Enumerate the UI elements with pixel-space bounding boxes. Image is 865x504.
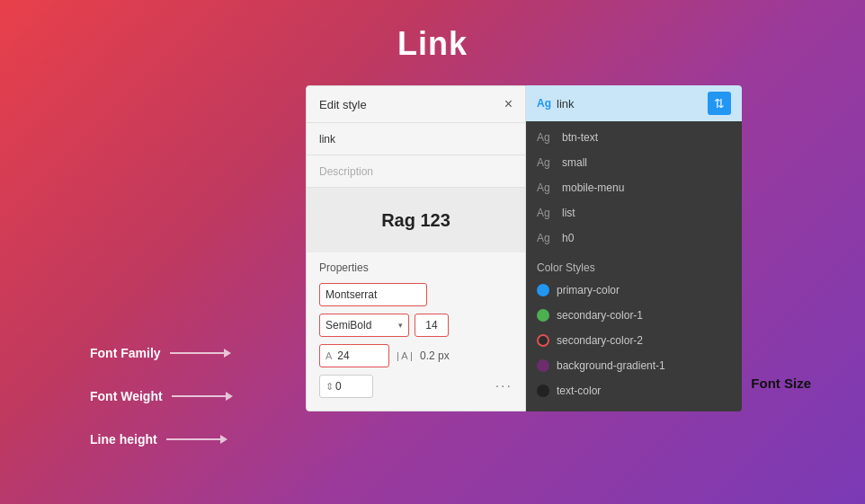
list-item[interactable]: Ag mobile-menu bbox=[526, 175, 742, 200]
page-title: Link bbox=[0, 0, 865, 63]
color-section-label: Color Styles bbox=[526, 254, 742, 278]
color-item[interactable]: primary-color bbox=[526, 278, 742, 303]
filter-icon[interactable]: ⇅ bbox=[708, 92, 731, 115]
style-list-panel: Ag link ⇅ Ag btn-text Ag small Ag mobile… bbox=[526, 85, 742, 411]
font-weight-arrow bbox=[172, 392, 233, 401]
letter-spacing-icon: ⇕ bbox=[325, 381, 334, 393]
style-list-header[interactable]: Ag link ⇅ bbox=[526, 85, 742, 121]
letter-spacing-input[interactable]: ⇕ 0 bbox=[319, 375, 373, 398]
color-item[interactable]: background-gradient-1 bbox=[526, 353, 742, 378]
header-left: Ag link bbox=[537, 97, 575, 111]
weight-dropdown-arrow: ▾ bbox=[398, 321, 403, 330]
line-height-input[interactable]: A 24 bbox=[319, 344, 389, 367]
list-item[interactable]: Ag h0 bbox=[526, 225, 742, 251]
color-name: background-gradient-1 bbox=[557, 359, 665, 372]
color-dot bbox=[537, 385, 549, 397]
ag-text: Ag bbox=[537, 181, 555, 194]
font-family-value: Montserrat bbox=[325, 288, 377, 301]
style-item-name: small bbox=[562, 156, 587, 169]
ag-text: Ag bbox=[537, 207, 555, 219]
header-style-name: link bbox=[557, 97, 575, 111]
line-height-icon: A bbox=[325, 350, 332, 361]
color-item[interactable]: secondary-color-1 bbox=[526, 303, 742, 328]
color-name: primary-color bbox=[557, 284, 620, 296]
edit-panel-title: Edit style bbox=[319, 98, 367, 111]
lh-px-value: 0.2 px bbox=[420, 349, 450, 362]
edit-style-panel: Edit style × Rag 123 Properties Montserr… bbox=[306, 85, 526, 411]
more-button[interactable]: ··· bbox=[495, 378, 513, 394]
style-item-name: btn-text bbox=[562, 131, 598, 144]
style-item-name: list bbox=[562, 207, 575, 219]
font-weight-input[interactable]: SemiBold ▾ bbox=[319, 314, 409, 337]
close-button[interactable]: × bbox=[504, 97, 513, 111]
ag-text: Ag bbox=[537, 156, 555, 169]
line-height-row: A 24 | A | 0.2 px bbox=[319, 344, 513, 367]
font-size-input[interactable]: 14 bbox=[415, 314, 449, 337]
properties-label: Properties bbox=[319, 261, 513, 274]
color-dot bbox=[537, 284, 549, 296]
font-weight-annotation: Font Weight bbox=[90, 389, 233, 403]
name-field-container bbox=[307, 123, 525, 155]
color-name: secondary-color-1 bbox=[557, 309, 643, 322]
list-item[interactable]: Ag small bbox=[526, 150, 742, 175]
font-family-annotation: Font Family bbox=[90, 346, 233, 360]
color-item[interactable]: secondary-color-2 bbox=[526, 328, 742, 353]
font-weight-value: SemiBold bbox=[325, 319, 371, 332]
letter-spacing-value: 0 bbox=[335, 380, 342, 393]
font-weight-label: Font Weight bbox=[90, 389, 163, 403]
font-family-arrow bbox=[170, 349, 231, 358]
ag-text: Ag bbox=[537, 131, 555, 144]
panels-container: Edit style × Rag 123 Properties Montserr… bbox=[306, 85, 742, 411]
description-field-container bbox=[307, 155, 525, 188]
line-height-arrow bbox=[166, 435, 227, 444]
lh-separator: | A | bbox=[397, 350, 413, 361]
style-list: Ag btn-text Ag small Ag mobile-menu Ag l… bbox=[526, 121, 742, 254]
font-size-value: 14 bbox=[425, 319, 437, 332]
description-input[interactable] bbox=[319, 164, 513, 180]
preview-text: Rag 123 bbox=[381, 210, 450, 231]
header-ag-badge: Ag bbox=[537, 97, 551, 110]
style-item-name: mobile-menu bbox=[562, 181, 624, 194]
font-family-input[interactable]: Montserrat bbox=[319, 283, 427, 306]
color-dot bbox=[537, 359, 549, 372]
list-item[interactable]: Ag list bbox=[526, 200, 742, 225]
annotations-panel: Font Family Font Weight Line height bbox=[90, 346, 233, 447]
edit-panel-header: Edit style × bbox=[307, 86, 525, 123]
style-name-input[interactable] bbox=[319, 131, 513, 147]
properties-section: Properties Montserrat SemiBold ▾ 14 bbox=[307, 252, 525, 411]
ag-text: Ag bbox=[537, 232, 555, 244]
font-family-label: Font Family bbox=[90, 346, 161, 360]
font-weight-size-row: SemiBold ▾ 14 bbox=[319, 314, 513, 337]
color-item[interactable]: text-color bbox=[526, 378, 742, 403]
color-dot bbox=[537, 309, 549, 322]
line-height-value: 24 bbox=[337, 349, 349, 362]
color-name: text-color bbox=[557, 385, 601, 397]
line-height-annotation: Line height bbox=[90, 432, 233, 447]
color-dot bbox=[537, 334, 549, 347]
color-name: secondary-color-2 bbox=[557, 334, 643, 347]
style-item-name: h0 bbox=[562, 232, 574, 244]
preview-area: Rag 123 bbox=[307, 188, 525, 252]
list-item[interactable]: Ag btn-text bbox=[526, 125, 742, 150]
font-family-row: Montserrat bbox=[319, 283, 513, 306]
line-height-label: Line height bbox=[90, 432, 157, 447]
letter-spacing-row: ⇕ 0 ··· bbox=[319, 375, 513, 398]
font-size-annotation-label: Font Size bbox=[751, 376, 811, 391]
